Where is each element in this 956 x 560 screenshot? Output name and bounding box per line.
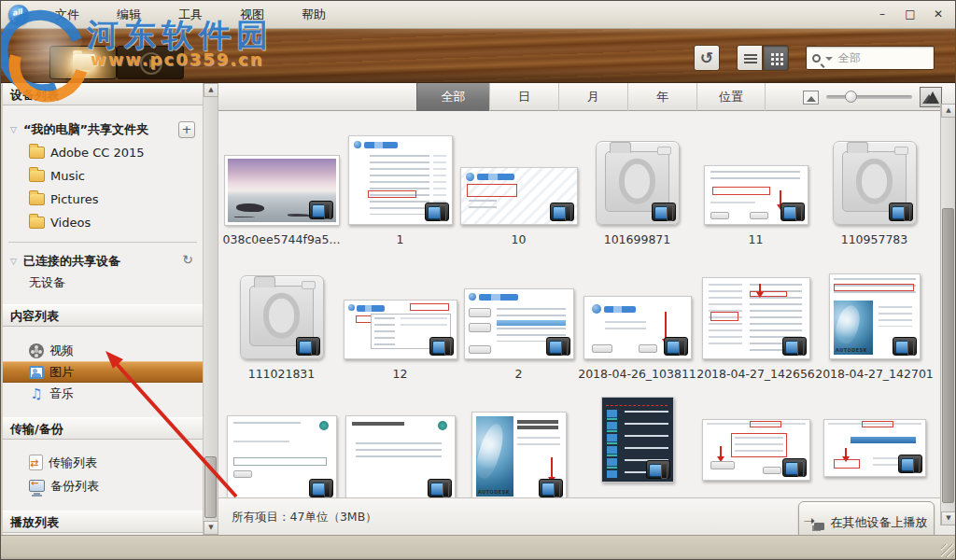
thumbnail-camera[interactable] bbox=[833, 141, 917, 225]
content-scrollbar[interactable]: ▲ ▼ bbox=[940, 104, 955, 525]
search-filter-caret-icon[interactable] bbox=[825, 57, 833, 61]
gallery-item[interactable]: 038c0ee5744f9a5... bbox=[222, 124, 341, 249]
close-button[interactable]: ✕ bbox=[929, 7, 948, 22]
thumbnail-camera[interactable] bbox=[596, 141, 680, 225]
gallery-item-label: 111021831 bbox=[248, 365, 316, 384]
expander-icon[interactable]: ▽ bbox=[10, 257, 23, 266]
gallery-item[interactable]: 2018-04-26_103811 bbox=[578, 259, 696, 384]
tab-month[interactable]: 月 bbox=[558, 83, 627, 111]
connected-devices-root[interactable]: ▽ 已连接的共享设备 ↻ bbox=[3, 250, 203, 273]
maximize-button[interactable]: □ bbox=[901, 7, 920, 22]
gallery-item[interactable]: 10 bbox=[459, 124, 578, 249]
menu-edit[interactable]: 编辑 bbox=[104, 3, 154, 27]
sidebar-folder-music[interactable]: Music bbox=[3, 164, 203, 188]
thumbnail-filelist[interactable] bbox=[348, 135, 453, 225]
tab-day[interactable]: 日 bbox=[489, 83, 558, 111]
sidebar-folder-pictures[interactable]: Pictures bbox=[3, 188, 203, 211]
thumbnail-dialogarrow[interactable] bbox=[704, 165, 808, 225]
refresh-button[interactable]: ↺ bbox=[694, 45, 720, 71]
sidebar-item-label: 视频 bbox=[49, 343, 74, 359]
zoom-slider-thumb[interactable] bbox=[845, 91, 857, 103]
thumbnail-photo[interactable] bbox=[225, 156, 339, 225]
gallery-item[interactable] bbox=[222, 395, 341, 497]
scroll-up-icon[interactable]: ▲ bbox=[204, 83, 218, 97]
minimize-button[interactable]: – bbox=[873, 7, 892, 22]
gallery-item[interactable] bbox=[815, 395, 934, 497]
gallery-item[interactable]: AUTODESK bbox=[459, 395, 578, 497]
thumbnail-docdense[interactable] bbox=[702, 277, 810, 359]
menu-tools[interactable]: 工具 bbox=[165, 3, 216, 27]
shared-folder-root[interactable]: ▽ “我的电脑”共享文件夹 + bbox=[3, 119, 203, 141]
gallery-item[interactable] bbox=[341, 395, 459, 497]
gallery-item[interactable]: 111021831 bbox=[222, 259, 341, 384]
expander-icon[interactable]: ▽ bbox=[10, 125, 23, 134]
gallery-item[interactable]: 2 bbox=[459, 259, 578, 384]
refresh-devices-icon[interactable]: ↻ bbox=[182, 252, 193, 267]
sidebar-item-label: 音乐 bbox=[49, 385, 74, 402]
gallery-item[interactable] bbox=[578, 395, 696, 497]
search-box[interactable] bbox=[806, 46, 935, 70]
gallery-item[interactable]: 12 bbox=[341, 259, 459, 384]
scroll-down-icon[interactable]: ▼ bbox=[941, 511, 956, 525]
gallery-item-label: 1 bbox=[397, 231, 404, 249]
thumbnail-wizard[interactable] bbox=[227, 415, 337, 497]
scrollbar-thumb[interactable] bbox=[942, 208, 954, 503]
search-input[interactable] bbox=[838, 51, 956, 64]
play-mode-button[interactable] bbox=[117, 46, 184, 79]
gallery-item[interactable]: 11 bbox=[696, 124, 815, 249]
sidebar-folder-adobe[interactable]: Adobe CC 2015 bbox=[3, 141, 203, 164]
thumbnail-redboxes[interactable] bbox=[702, 419, 810, 481]
menu-help[interactable]: 帮助 bbox=[288, 3, 339, 27]
device-badge-icon bbox=[309, 201, 333, 219]
sidebar-item-music[interactable]: ♫音乐 bbox=[3, 383, 203, 404]
thumbnail-progress[interactable] bbox=[823, 419, 926, 477]
list-view-button[interactable] bbox=[737, 45, 763, 71]
gallery-item[interactable]: 110957783 bbox=[815, 124, 934, 249]
gallery-item[interactable]: 1 bbox=[341, 124, 459, 249]
tab-year[interactable]: 年 bbox=[627, 83, 696, 111]
thumbnail-autodesk2[interactable]: AUTODESK bbox=[471, 412, 567, 497]
share-folder-button[interactable] bbox=[49, 46, 117, 79]
sidebar-item-pictures[interactable]: 图片 bbox=[3, 361, 203, 383]
grid-view-icon bbox=[771, 53, 774, 56]
thumbnail-bluelist[interactable] bbox=[464, 288, 574, 359]
thumbnail-installer[interactable] bbox=[583, 296, 692, 359]
thumbnail-autodesk[interactable]: AUTODESK bbox=[829, 273, 921, 359]
menu-file[interactable]: 文件 bbox=[42, 3, 92, 27]
play-to-device-icon bbox=[806, 515, 824, 530]
sidebar-item-video[interactable]: 视频 bbox=[3, 340, 203, 361]
large-thumbnails-icon[interactable] bbox=[920, 87, 942, 107]
zoom-slider[interactable] bbox=[826, 95, 912, 99]
sidebar-item-transfer-list[interactable]: 传输列表 bbox=[3, 451, 203, 474]
scroll-up-icon[interactable]: ▲ bbox=[941, 104, 956, 118]
thumbnail-wizard2[interactable] bbox=[345, 415, 456, 497]
scroll-down-icon[interactable]: ▼ bbox=[204, 521, 218, 535]
picture-icon bbox=[29, 366, 44, 379]
tab-location[interactable]: 位置 bbox=[696, 83, 766, 111]
list-view-icon bbox=[744, 54, 757, 56]
add-folder-button[interactable]: + bbox=[178, 121, 195, 138]
connected-devices-label: 已连接的共享设备 bbox=[23, 253, 120, 270]
no-device-row: 无设备 bbox=[3, 273, 203, 293]
gallery-item[interactable]: 2018-04-27_142656 bbox=[696, 259, 815, 384]
scrollbar-thumb[interactable] bbox=[204, 456, 217, 518]
small-thumbnails-icon[interactable] bbox=[803, 91, 819, 105]
menu-view[interactable]: 视图 bbox=[227, 3, 277, 27]
device-badge-icon bbox=[296, 337, 320, 356]
folder-icon bbox=[29, 170, 45, 182]
grid-view-button[interactable] bbox=[763, 45, 789, 71]
refresh-icon: ↺ bbox=[695, 46, 719, 70]
gallery-item[interactable]: AUTODESK2018-04-27_142701 bbox=[815, 259, 934, 384]
thumbnail-filedialog[interactable] bbox=[344, 300, 457, 359]
resize-grip[interactable] bbox=[941, 544, 954, 557]
sidebar-scrollbar[interactable]: ▲ ▼ bbox=[204, 83, 218, 535]
autodesk-logo-text: AUTODESK bbox=[836, 348, 867, 353]
thumbnail-wideweb[interactable] bbox=[460, 167, 578, 225]
tab-all[interactable]: 全部 bbox=[416, 83, 489, 111]
thumbnail-startmenu[interactable] bbox=[601, 397, 674, 483]
gallery-item[interactable]: 101699871 bbox=[578, 124, 696, 249]
sidebar-folder-videos[interactable]: Videos bbox=[3, 211, 203, 234]
sidebar-item-backup-list[interactable]: 备份列表 bbox=[3, 474, 203, 497]
thumbnail-camera[interactable] bbox=[240, 275, 324, 359]
gallery-item[interactable] bbox=[696, 395, 815, 497]
